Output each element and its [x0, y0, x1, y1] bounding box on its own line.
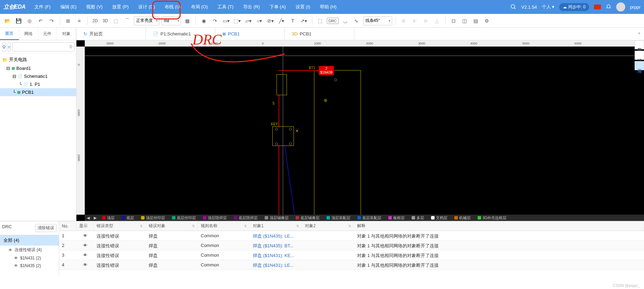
tab-3d-pcb[interactable]: 3DPCB1 [285, 28, 354, 40]
menu-route[interactable]: 布线 (U) [163, 2, 183, 11]
angle-select[interactable]: 线条45° [363, 16, 392, 25]
layer-item[interactable]: 顶层装配层 [323, 215, 354, 221]
pad[interactable] [275, 128, 278, 131]
layer-item[interactable]: 多层 [408, 215, 428, 221]
tree-pcb[interactable]: └▦PCB1 [0, 88, 76, 96]
teardrop-icon[interactable]: ◡ [341, 16, 350, 25]
avatar[interactable] [616, 2, 625, 11]
tune-icon[interactable]: ∿ [352, 16, 361, 25]
tree-project-root[interactable]: 📁开关电路 [0, 55, 76, 64]
menu-edit[interactable]: 编辑 (E) [58, 2, 79, 11]
menu-view[interactable]: 视图 (V) [84, 2, 105, 11]
col-obj2[interactable]: 对象2⇅ [302, 221, 354, 231]
layer-item[interactable]: 底层阻焊层 [230, 215, 261, 221]
col-obj1[interactable]: 对象1⇅ [250, 221, 302, 231]
menu-export[interactable]: 导出 (R) [241, 2, 262, 11]
pcb-canvas[interactable]: BT1 KEY1 S ✕ ⊕ 2$1N439 [85, 47, 644, 215]
drc-net-1[interactable]: 👁$1N431 (2) [0, 254, 59, 262]
pad[interactable] [289, 142, 292, 145]
sync-pill[interactable]: ☁同步中: 0 [559, 3, 589, 11]
search-icon[interactable]: ⚲ [69, 44, 73, 49]
menu-order[interactable]: 下单 (A) [267, 2, 288, 11]
menu-place[interactable]: 放置 (P) [110, 2, 131, 11]
layer-next-button[interactable]: ▶ [92, 216, 99, 220]
eye-icon[interactable]: 👁 [14, 256, 18, 261]
add-tab-button[interactable]: + [638, 31, 641, 36]
eye-icon[interactable]: 👁 [14, 263, 18, 268]
redo-icon[interactable]: ↷ [47, 16, 56, 25]
net-label[interactable]: 2$1N439 [319, 66, 334, 75]
open-icon[interactable]: 📂 [3, 16, 12, 25]
component-outline[interactable] [314, 70, 361, 221]
drc-button[interactable]: DRC [327, 18, 339, 24]
col-obj[interactable]: 错误对象⇅ [146, 221, 198, 231]
tab-pcb[interactable]: ▦PCB1 [215, 28, 285, 40]
layer-item[interactable]: 底层装配层 [354, 215, 385, 221]
col-rule[interactable]: 规则名称⇅ [198, 221, 250, 231]
col-no[interactable]: No. [59, 221, 76, 231]
undo-icon[interactable]: ↶ [36, 16, 45, 25]
pad[interactable] [334, 79, 337, 81]
account-dropdown[interactable]: 个人 ▾ [542, 4, 555, 10]
menu-settings[interactable]: 设置 (I) [294, 2, 312, 11]
clear-errors-button[interactable]: 清除错误 [35, 224, 57, 232]
dimension-icon[interactable]: ↗▾ [299, 16, 308, 25]
tab-nets[interactable]: 网络 [19, 28, 38, 40]
view-3d-button[interactable]: 3D [101, 18, 109, 24]
grid-icon[interactable]: ⊞ [64, 16, 73, 25]
component-bt1[interactable] [276, 74, 287, 95]
funnel-button[interactable]: ▿ [8, 42, 11, 51]
drc-row[interactable]: 3👁连接性错误焊盘Common焊盘 ($1N431): KE...对象 1 与其… [59, 250, 644, 260]
menu-layout[interactable]: 布局 (O) [189, 2, 210, 11]
select-icon[interactable]: ⬚ [112, 16, 121, 25]
line-icon[interactable]: ╱▾ [277, 16, 286, 25]
layer-item[interactable]: 板框层 [385, 215, 408, 221]
layer-item[interactable]: 顶层 [99, 215, 118, 221]
text-icon[interactable]: T [288, 16, 297, 25]
via-icon[interactable]: ◉ [199, 16, 208, 25]
tree-schematic[interactable]: ⊟📄Schematic1 [0, 72, 76, 80]
drc-row[interactable]: 1👁连接性错误焊盘Common焊盘 ($1N435): LE...对象 1 与其… [59, 231, 644, 241]
pad-rect-icon[interactable]: ▭▾ [222, 16, 231, 25]
layer-item[interactable]: 顶层丝印层 [138, 215, 168, 221]
circle-icon[interactable]: ○▾ [255, 16, 264, 25]
drc-all-category[interactable]: 全部 (4) [0, 235, 59, 246]
region-icon[interactable]: ⬚▾ [233, 16, 242, 25]
measure-icon[interactable]: ⌒ [123, 16, 132, 25]
eye-icon[interactable]: 👁 [8, 248, 13, 253]
trace-top[interactable] [279, 95, 279, 128]
col-note[interactable]: 解释 [354, 221, 644, 231]
tab-pages[interactable]: 图页 [0, 28, 19, 40]
tree-board[interactable]: ⊟▦Board1 [0, 64, 76, 72]
panelize-icon[interactable]: ◫ [460, 16, 469, 25]
gear-icon[interactable]: ⚙ [482, 16, 492, 25]
drc-row[interactable]: 4👁连接性错误焊盘Common焊盘 ($1N431): LE...对象 1 与其… [59, 260, 644, 270]
tab-start[interactable]: ↻开始页 [76, 28, 146, 40]
tab-objects[interactable]: 对象 [57, 28, 76, 40]
layer-item[interactable]: 文档层 [428, 215, 451, 221]
view-2d-button[interactable]: 2D [91, 18, 99, 24]
col-show[interactable]: 显示 [76, 221, 94, 231]
layer-prev-button[interactable]: ◀ [85, 216, 92, 220]
bell-icon[interactable] [606, 4, 611, 10]
save-icon[interactable]: 💾 [14, 16, 23, 25]
layer-item[interactable]: 3D外壳边框层 [474, 215, 510, 221]
layer-item[interactable]: 底层 [118, 215, 138, 221]
right-tab-layers[interactable]: 图层 [635, 40, 644, 49]
layer-item[interactable]: 顶层锡膏层 [261, 215, 292, 221]
trace-top[interactable] [279, 70, 319, 71]
trace-top[interactable] [279, 146, 279, 215]
tab-schematic[interactable]: 📄P1.Schematic1 [146, 28, 215, 40]
layer-item[interactable]: 顶层阻焊层 [199, 215, 230, 221]
pad[interactable] [275, 142, 278, 145]
tab-components[interactable]: 元件 [38, 28, 57, 40]
drc-category-connectivity[interactable]: 👁连接性错误 (4) [0, 246, 59, 254]
search-input[interactable] [12, 42, 75, 51]
menu-file[interactable]: 文件 (F) [32, 2, 52, 11]
layer-item[interactable]: 底层锡膏层 [292, 215, 323, 221]
menu-design[interactable]: 设计 (D) [136, 2, 157, 11]
pad[interactable] [289, 128, 292, 131]
route-icon[interactable]: ↷ [210, 16, 220, 25]
drc-net-2[interactable]: 👁$1N435 (2) [0, 262, 59, 270]
menu-help[interactable]: 帮助 (H) [318, 2, 339, 11]
